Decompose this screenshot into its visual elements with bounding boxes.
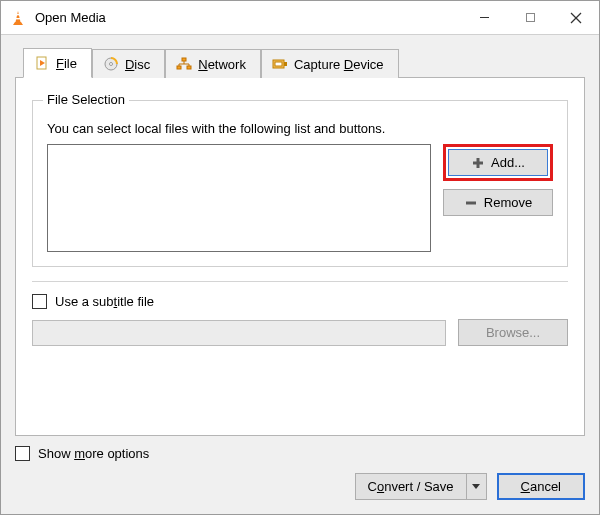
svg-rect-5 xyxy=(526,14,534,22)
convert-save-dropdown[interactable] xyxy=(467,473,487,500)
vlc-cone-icon xyxy=(9,9,27,27)
tab-network[interactable]: Network xyxy=(165,49,261,78)
content-area: File Disc xyxy=(1,35,599,446)
titlebar: Open Media xyxy=(1,1,599,35)
svg-marker-3 xyxy=(13,22,23,25)
plus-icon xyxy=(471,156,485,170)
svg-rect-12 xyxy=(182,58,186,61)
show-more-row[interactable]: Show more options xyxy=(15,446,585,461)
tab-bar: File Disc xyxy=(23,47,585,77)
svg-point-11 xyxy=(109,63,112,66)
tab-capture-label: Capture Device xyxy=(294,57,384,72)
file-list[interactable] xyxy=(47,144,431,252)
add-button[interactable]: Add... xyxy=(448,149,548,176)
open-media-window: Open Media File xyxy=(0,0,600,515)
add-button-highlight: Add... xyxy=(443,144,553,181)
remove-button[interactable]: Remove xyxy=(443,189,553,216)
browse-button-label: Browse... xyxy=(486,325,540,340)
minus-icon xyxy=(464,196,478,210)
minimize-button[interactable] xyxy=(461,1,507,35)
add-button-label: Add... xyxy=(491,155,525,170)
svg-rect-14 xyxy=(187,66,191,69)
window-title: Open Media xyxy=(35,10,106,25)
subtitle-label: Use a subtitle file xyxy=(55,294,154,309)
cancel-button[interactable]: Cancel xyxy=(497,473,585,500)
subtitle-path-field xyxy=(32,320,446,346)
disc-icon xyxy=(103,56,119,72)
window-controls xyxy=(461,1,599,35)
svg-marker-0 xyxy=(16,11,21,22)
subtitle-checkbox[interactable] xyxy=(32,294,47,309)
file-icon xyxy=(34,55,50,71)
show-more-label: Show more options xyxy=(38,446,149,461)
footer: Show more options Convert / Save Cancel xyxy=(1,446,599,514)
group-legend: File Selection xyxy=(43,92,129,107)
capture-device-icon xyxy=(272,56,288,72)
svg-rect-13 xyxy=(177,66,181,69)
convert-save-button[interactable]: Convert / Save xyxy=(355,473,487,500)
maximize-button[interactable] xyxy=(507,1,553,35)
close-button[interactable] xyxy=(553,1,599,35)
separator xyxy=(32,281,568,282)
tab-network-label: Network xyxy=(198,57,246,72)
tab-disc-label: Disc xyxy=(125,57,150,72)
file-panel: File Selection You can select local file… xyxy=(15,77,585,436)
remove-button-label: Remove xyxy=(484,195,532,210)
tab-file-label: File xyxy=(56,56,77,71)
browse-button: Browse... xyxy=(458,319,568,346)
svg-rect-20 xyxy=(275,62,282,66)
tab-disc[interactable]: Disc xyxy=(92,49,165,78)
tab-file[interactable]: File xyxy=(23,48,92,78)
svg-marker-25 xyxy=(472,484,480,489)
tab-capture-device[interactable]: Capture Device xyxy=(261,49,399,78)
subtitle-checkbox-row[interactable]: Use a subtitle file xyxy=(32,294,568,309)
svg-rect-2 xyxy=(16,18,21,19)
file-selection-hint: You can select local files with the foll… xyxy=(47,121,553,136)
svg-rect-21 xyxy=(284,62,287,66)
svg-rect-1 xyxy=(16,14,19,15)
cancel-button-label: Cancel xyxy=(521,479,561,494)
network-icon xyxy=(176,56,192,72)
convert-save-label: Convert / Save xyxy=(355,473,467,500)
file-selection-group: File Selection You can select local file… xyxy=(32,100,568,267)
show-more-checkbox[interactable] xyxy=(15,446,30,461)
